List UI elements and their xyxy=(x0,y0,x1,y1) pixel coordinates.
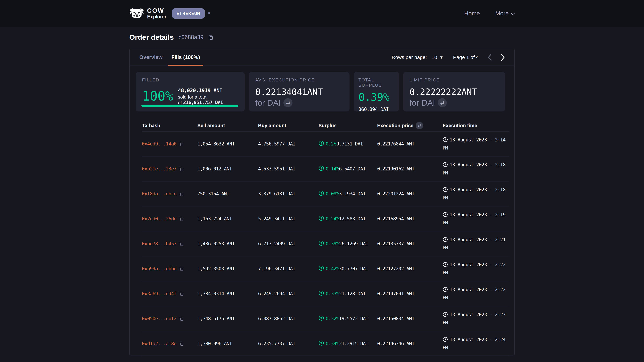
copy-tx-button[interactable] xyxy=(179,266,184,271)
sell-amount: 1,348.5175 ANT xyxy=(198,316,258,322)
page-status: Page 1 of 4 xyxy=(453,54,479,60)
swap-currency-icon[interactable]: ⇄ xyxy=(284,98,292,107)
network-badge[interactable]: ETHEREUM xyxy=(172,8,205,18)
col-buy-amount: Buy amount xyxy=(258,123,318,128)
top-bar: COW Explorer ETHEREUM ▼ Home More xyxy=(0,0,644,27)
table-row: 0xd1a2...a18e 1,380.996 ANT 6,235.7737 D… xyxy=(142,331,509,356)
surplus-amount: 26.1269 DAI xyxy=(339,241,368,247)
table-row: 0xb99a...ebbd 1,592.3503 ANT 7,196.3471 … xyxy=(142,256,509,281)
surplus-percent: 0.39% xyxy=(326,241,339,247)
execution-time: 13 August 2023 - 2:14 PM xyxy=(442,136,509,152)
prev-page-button[interactable] xyxy=(488,53,492,61)
buy-amount: 6,235.7737 DAI xyxy=(258,341,318,347)
tab-overview[interactable]: Overview xyxy=(136,49,166,65)
swap-currency-icon[interactable]: ⇄ xyxy=(438,98,447,107)
surplus-up-icon xyxy=(318,190,324,197)
next-page-button[interactable] xyxy=(500,53,505,61)
swap-price-unit-icon[interactable]: ⇄ xyxy=(416,122,423,129)
avg-execution-price-card: AVG. EXECUTION PRICE 0.22134041ANT for D… xyxy=(249,72,350,111)
nav-home[interactable]: Home xyxy=(464,10,480,17)
table-row: 0x4ed9...14a0 1,054.8632 ANT 4,756.5977 … xyxy=(142,132,509,157)
copy-tx-button[interactable] xyxy=(179,341,184,346)
buy-amount: 6,087.8862 DAI xyxy=(258,316,318,322)
tx-hash-link[interactable]: 0x4ed9...14a0 xyxy=(142,141,176,147)
avg-price-unit: for DAI xyxy=(255,98,281,107)
execution-time: 13 August 2023 - 2:21 PM xyxy=(442,236,509,252)
network-selector[interactable]: ETHEREUM ▼ xyxy=(172,8,211,18)
execution-price: 0.22146346 ANT xyxy=(377,341,442,347)
total-surplus-amount: 860.894 DAI xyxy=(358,106,394,112)
tx-hash-link[interactable]: 0xbe78...b453 xyxy=(142,241,176,247)
sell-amount: 1,380.996 ANT xyxy=(198,341,258,347)
execution-time: 13 August 2023 - 2:23 PM xyxy=(442,311,509,327)
clock-icon xyxy=(442,338,448,343)
tx-hash-link[interactable]: 0xb99a...ebbd xyxy=(142,266,176,272)
clock-icon xyxy=(442,288,448,293)
surplus-amount: 6.5407 DAI xyxy=(339,166,366,172)
surplus-percent: 0.32% xyxy=(326,316,339,322)
tx-hash-link[interactable]: 0xd1a2...a18e xyxy=(142,341,176,347)
copy-order-id-button[interactable] xyxy=(208,34,214,40)
nav-more[interactable]: More xyxy=(495,10,515,17)
filled-sold-total: sold for a total of 216,951.757 DAI xyxy=(178,94,238,105)
total-surplus-percent: 0.39% xyxy=(358,92,394,102)
summary-cards: FILLED 100% 48,020.1919 ANT sold for a t… xyxy=(130,66,514,117)
col-sell-amount: Sell amount xyxy=(198,123,258,128)
rows-per-page-select[interactable]: 10 ▼ xyxy=(432,54,443,60)
copy-tx-button[interactable] xyxy=(179,291,184,296)
execution-price: 0.22168954 ANT xyxy=(377,216,442,222)
tab-fills[interactable]: Fills (100%) xyxy=(168,49,203,65)
sell-amount: 1,163.724 ANT xyxy=(198,216,258,222)
surplus-percent: 0.09% xyxy=(326,191,339,197)
table-row: 0x050e...cbf2 1,348.5175 ANT 6,087.8862 … xyxy=(142,306,509,331)
execution-price: 0.22147091 ANT xyxy=(377,291,442,297)
sell-amount: 750.3154 ANT xyxy=(198,191,258,197)
clock-icon xyxy=(442,263,448,268)
col-surplus: Surplus xyxy=(318,123,377,128)
execution-time: 13 August 2023 - 2:22 PM xyxy=(442,261,509,277)
execution-price: 0.22190162 ANT xyxy=(377,166,442,172)
tx-hash-link[interactable]: 0x3a69...cd4f xyxy=(142,291,176,297)
surplus-percent: 0.14% xyxy=(326,166,339,172)
surplus-up-icon xyxy=(318,315,324,322)
buy-amount: 3,379.6131 DAI xyxy=(258,191,318,197)
col-tx-hash: Tx hash xyxy=(142,123,198,128)
avg-price-label: AVG. EXECUTION PRICE xyxy=(255,77,343,83)
surplus-amount: 21.128 DAI xyxy=(339,291,366,297)
main-nav: Home More xyxy=(464,10,515,17)
buy-amount: 4,756.5977 DAI xyxy=(258,141,318,147)
limit-price-card: LIMIT PRICE 0.22222222ANT for DAI ⇄ xyxy=(403,72,505,111)
tx-hash-link[interactable]: 0xf8da...dbcd xyxy=(142,191,176,197)
surplus-percent: 0.34% xyxy=(326,341,339,347)
tx-hash-link[interactable]: 0x050e...cbf2 xyxy=(142,316,176,322)
table-row: 0x3a69...cd4f 1,384.0314 ANT 6,249.2694 … xyxy=(142,281,509,306)
execution-time: 13 August 2023 - 2:19 PM xyxy=(442,211,509,227)
surplus-up-icon xyxy=(318,340,324,347)
logo-title: COW xyxy=(147,7,166,14)
cow-explorer-logo[interactable]: COW Explorer xyxy=(129,7,166,19)
clock-icon xyxy=(442,163,448,168)
limit-price-unit: for DAI xyxy=(410,98,435,107)
copy-tx-button[interactable] xyxy=(179,191,184,196)
tx-hash-link[interactable]: 0xb21e...23e7 xyxy=(142,166,176,172)
logo-subtitle: Explorer xyxy=(147,14,166,19)
table-row: 0x2cd0...26dd 1,163.724 ANT 5,249.3411 D… xyxy=(142,206,509,231)
pagination: Rows per page: 10 ▼ Page 1 of 4 xyxy=(392,53,505,61)
surplus-up-icon xyxy=(318,265,324,272)
copy-tx-button[interactable] xyxy=(179,316,184,321)
order-id: c0688a39 xyxy=(178,34,204,40)
table-row: 0xbe78...b453 1,486.0253 ANT 6,713.2409 … xyxy=(142,231,509,256)
surplus-amount: 21.2915 DAI xyxy=(339,341,368,347)
clock-icon xyxy=(442,238,448,243)
copy-tx-button[interactable] xyxy=(179,166,184,171)
surplus-percent: 0.42% xyxy=(326,266,339,272)
total-surplus-label: TOTAL SURPLUS xyxy=(358,77,394,88)
rows-per-page-value: 10 xyxy=(432,54,437,60)
clock-icon xyxy=(442,188,448,193)
tx-hash-link[interactable]: 0x2cd0...26dd xyxy=(142,216,176,222)
buy-amount: 7,196.3471 DAI xyxy=(258,266,318,272)
copy-tx-button[interactable] xyxy=(179,216,184,221)
copy-tx-button[interactable] xyxy=(179,241,184,246)
sell-amount: 1,006.012 ANT xyxy=(198,166,258,172)
copy-tx-button[interactable] xyxy=(179,141,184,146)
